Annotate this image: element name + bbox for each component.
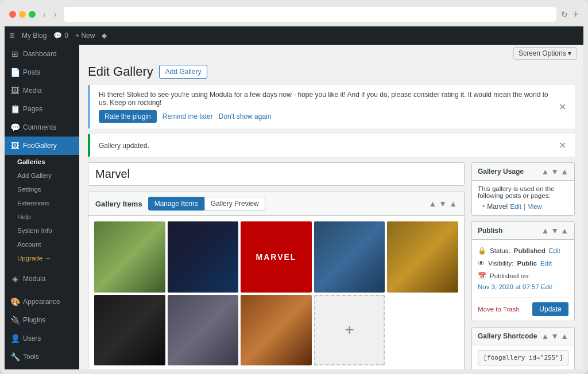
- sidebar-item-comments[interactable]: 💬 Comments: [5, 118, 79, 137]
- gallery-items-controls: ▲ ▼ ▲: [428, 199, 457, 208]
- screen-options-button[interactable]: Screen Options ▾: [513, 47, 577, 60]
- sidebar-item-appearance[interactable]: 🎨 Appearance: [5, 293, 79, 311]
- sidebar-item-media[interactable]: 🖼 Media: [5, 81, 79, 100]
- publish-visibility-row: 👁 Visibility: Public Edit: [478, 257, 568, 270]
- maximize-dot[interactable]: [29, 11, 36, 18]
- tab-gallery-preview[interactable]: Gallery Preview: [204, 197, 265, 211]
- gallery-usage-down[interactable]: ▼: [551, 167, 559, 176]
- gallery-grid: MARVEL +: [88, 216, 464, 369]
- close-dot[interactable]: [9, 11, 16, 18]
- gallery-thumb-3[interactable]: MARVEL: [241, 221, 312, 293]
- sidebar-sub-settings[interactable]: Settings: [5, 182, 79, 196]
- gallery-items-header: Gallery Items Manage Items Gallery Previ…: [88, 192, 464, 216]
- add-gallery-button[interactable]: Add Gallery: [159, 65, 208, 79]
- gallery-thumb-7[interactable]: [168, 295, 239, 366]
- published-edit-link: Edit: [541, 283, 552, 290]
- sidebar-sub-add-gallery[interactable]: Add Gallery: [5, 169, 79, 182]
- upgrade-label: Upgrade →: [17, 255, 51, 262]
- sidebar-item-posts[interactable]: 📄 Posts: [5, 63, 79, 81]
- published-date-edit[interactable]: Nov 3, 2020 at 07:57 Edit: [478, 283, 552, 290]
- sidebar-label-posts: Posts: [23, 68, 40, 76]
- sidebar-item-pages[interactable]: 📋 Pages: [5, 100, 79, 118]
- sidebar-sub-extensions[interactable]: Extensions: [5, 196, 79, 210]
- forward-button[interactable]: ›: [51, 9, 60, 20]
- notice-close-icon[interactable]: ✕: [559, 102, 566, 112]
- gallery-items-expand[interactable]: ▲: [449, 199, 457, 208]
- sidebar-item-tools[interactable]: 🔧 Tools: [5, 348, 79, 366]
- status-value: Published: [514, 247, 546, 254]
- help-label: Help: [17, 213, 31, 220]
- publish-date-row: 📅 Published on: Nov 3, 2020 at 07:57 Edi…: [478, 270, 568, 293]
- wp-main-window: ⊞ Dashboard 📄 Posts 🖼 Media 📋 Pages 💬: [5, 45, 583, 369]
- sidebar-item-plugins[interactable]: 🔌 Plugins: [5, 311, 79, 329]
- status-edit-link[interactable]: Edit: [549, 247, 560, 254]
- updated-notice: Gallery updated. ✕: [88, 134, 575, 157]
- appearance-icon: 🎨: [10, 297, 20, 306]
- gallery-thumb-5[interactable]: [387, 221, 458, 293]
- sidebar-item-users[interactable]: 👤 Users: [5, 329, 79, 348]
- sidebar-sub-help[interactable]: Help: [5, 210, 79, 224]
- back-button[interactable]: ‹: [40, 9, 49, 20]
- new-tab-button[interactable]: +: [572, 9, 579, 21]
- wp-logo[interactable]: ⊞: [9, 32, 15, 40]
- visibility-edit-link[interactable]: Edit: [540, 260, 552, 267]
- gallery-usage-edit-link[interactable]: Edit: [510, 203, 521, 210]
- minimize-dot[interactable]: [19, 11, 26, 18]
- move-trash-link[interactable]: Move to Trash: [478, 306, 520, 313]
- gallery-usage-up[interactable]: ▲: [541, 167, 549, 176]
- plugins-label: Plugins: [23, 316, 45, 324]
- admin-bar-comments[interactable]: 💬 0: [53, 32, 68, 40]
- sidebar-item-modula[interactable]: ◈ Modula: [5, 270, 79, 288]
- sidebar-sub-upgrade[interactable]: Upgrade →: [5, 251, 79, 265]
- refresh-button[interactable]: ↻: [561, 10, 568, 19]
- sidebar-sub-galleries[interactable]: Galleries: [5, 155, 79, 169]
- sidebar-item-settings[interactable]: ⚙ Settings: [5, 366, 79, 369]
- publish-up[interactable]: ▲: [541, 226, 549, 235]
- gallery-thumb-8[interactable]: [241, 295, 312, 366]
- published-date: Nov 3, 2020 at 07:57: [478, 283, 539, 290]
- rate-plugin-button[interactable]: Rate the plugin: [99, 110, 157, 123]
- updated-notice-close[interactable]: ✕: [559, 140, 566, 151]
- admin-bar-new[interactable]: + New: [75, 32, 95, 40]
- icon-item: ◆: [102, 32, 107, 40]
- sidebar-sub-account[interactable]: Account: [5, 237, 79, 251]
- dont-show-link[interactable]: Don't show again: [219, 112, 272, 120]
- gallery-thumb-2[interactable]: [168, 221, 239, 293]
- gallery-thumb-6[interactable]: [94, 295, 165, 366]
- media-icon: 🖼: [10, 86, 20, 95]
- admin-bar-icon[interactable]: ◆: [102, 32, 107, 40]
- gallery-thumb-4[interactable]: [314, 221, 385, 293]
- admin-bar-blog[interactable]: My Blog: [22, 32, 47, 40]
- publish-header: Publish ▲ ▼ ▲: [472, 222, 574, 240]
- tools-icon: 🔧: [10, 352, 20, 361]
- gallery-usage-expand[interactable]: ▲: [560, 167, 568, 176]
- tools-label: Tools: [23, 353, 39, 361]
- shortcode-value[interactable]: [foogallery id="255"]: [478, 350, 568, 365]
- gallery-usage-view-link[interactable]: View: [528, 203, 542, 210]
- publish-expand[interactable]: ▲: [560, 226, 568, 235]
- shortcode-expand[interactable]: ▲: [560, 332, 568, 341]
- sidebar-item-dashboard[interactable]: ⊞ Dashboard: [5, 45, 79, 63]
- gallery-usage-box: Gallery Usage ▲ ▼ ▲ This gallery is used…: [471, 162, 575, 216]
- tab-manage-items[interactable]: Manage Items: [148, 197, 204, 211]
- browser-nav: ‹ ›: [40, 9, 59, 20]
- sidebar-sub-system-info[interactable]: System Info: [5, 224, 79, 237]
- shortcode-down[interactable]: ▼: [551, 332, 559, 341]
- gallery-items-collapse-up[interactable]: ▲: [428, 199, 436, 208]
- gallery-items-collapse-down[interactable]: ▼: [439, 199, 447, 208]
- gallery-name-input[interactable]: [88, 162, 465, 186]
- remind-later-link[interactable]: Remind me later: [163, 112, 213, 120]
- modula-label: Modula: [23, 275, 45, 283]
- published-label: Published on:: [490, 272, 530, 279]
- publish-down[interactable]: ▼: [551, 226, 559, 235]
- gallery-thumb-1[interactable]: [94, 221, 165, 293]
- screen-options-bar: Screen Options ▾: [79, 45, 583, 62]
- update-button[interactable]: Update: [532, 302, 568, 316]
- extensions-label: Extensions: [17, 200, 49, 207]
- main-column: Gallery Items Manage Items Gallery Previ…: [88, 162, 465, 369]
- sidebar-item-foogallery[interactable]: 🖼 FooGallery: [5, 137, 79, 155]
- address-bar[interactable]: [64, 7, 556, 22]
- gallery-usage-desc: This gallery is used on the following po…: [478, 185, 568, 199]
- gallery-thumb-add[interactable]: +: [314, 295, 385, 366]
- shortcode-up[interactable]: ▲: [541, 332, 549, 341]
